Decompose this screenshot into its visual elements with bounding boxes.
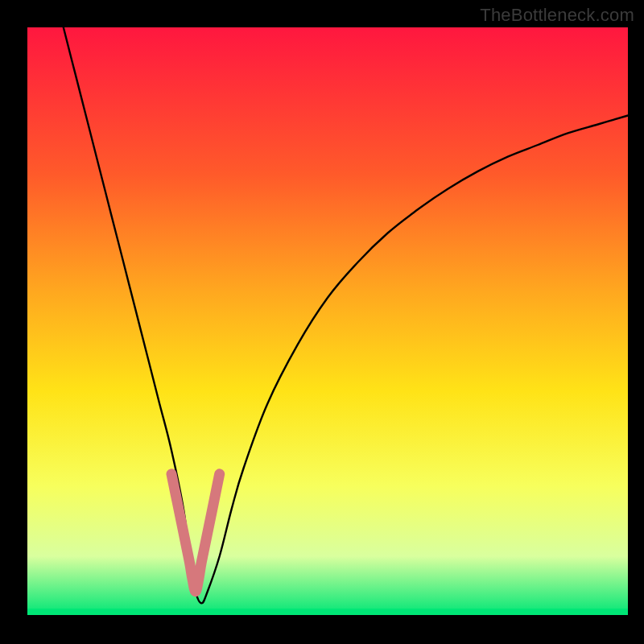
baseline-strip	[27, 609, 628, 615]
plot-area	[27, 27, 628, 615]
watermark-text: TheBottleneck.com	[480, 5, 634, 26]
bottleneck-chart	[0, 0, 644, 644]
chart-stage: TheBottleneck.com	[0, 0, 644, 644]
